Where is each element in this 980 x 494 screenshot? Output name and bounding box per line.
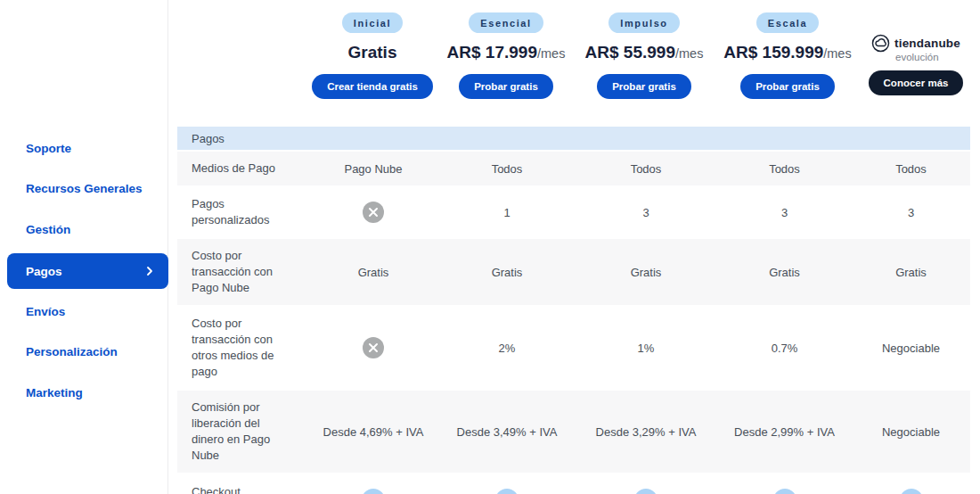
feature-value: Desde 3,29% + IVA	[575, 425, 717, 439]
feature-value: 3	[852, 206, 970, 219]
sidebar-item-label: Soporte	[26, 142, 71, 155]
feature-value: 3	[717, 206, 852, 219]
plan-price: AR$ 17.999/mes	[447, 42, 566, 64]
cross-icon	[363, 202, 384, 223]
plan-badge: Impulso	[608, 12, 679, 33]
plan-price: AR$ 55.999/mes	[585, 42, 704, 64]
feature-label: Pagos personalizados	[177, 187, 307, 237]
feature-value-not-included	[307, 202, 439, 223]
plan-badge: Inicial	[342, 12, 403, 33]
section-header-pagos: Pagos	[177, 127, 970, 152]
feature-value: 2%	[439, 342, 575, 355]
feature-value: Todos	[575, 162, 717, 176]
check-icon	[495, 489, 519, 494]
feature-value-included	[717, 489, 852, 494]
plan-price-amount: AR$ 159.999	[723, 43, 823, 62]
feature-value: Pago Nube	[307, 162, 439, 176]
feature-label: Checkout transparente	[177, 475, 307, 494]
plan-price-amount: Gratis	[348, 43, 397, 62]
logo-title: tiendanube	[894, 37, 960, 50]
feature-value: Negociable	[852, 425, 970, 439]
feature-value: Desde 4,69% + IVA	[307, 425, 439, 439]
feature-value: Gratis	[439, 266, 575, 279]
feature-value: Negociable	[852, 342, 970, 355]
sidebar-item-label: Envíos	[26, 305, 65, 318]
feature-value-included	[439, 489, 575, 494]
plan-column-esencial: EsencialAR$ 17.999/mesProbar gratis	[429, 12, 584, 99]
feature-label: Medios de Pago	[177, 152, 307, 185]
cross-icon	[363, 337, 384, 358]
sidebar-item-pagos[interactable]: Pagos	[7, 253, 168, 289]
sidebar-item-label: Personalización	[26, 345, 118, 358]
check-icon	[900, 489, 923, 494]
table-row: Pagos personalizados1333	[177, 187, 970, 239]
table-row: Costo por transacción con Pago NubeGrati…	[177, 239, 970, 307]
cta-button-probar-gratis[interactable]: Probar gratis	[597, 74, 691, 99]
sidebar-divider	[167, 0, 168, 494]
sidebar-item-label: Marketing	[26, 386, 83, 399]
cta-button-conocer-mas[interactable]: Conocer más	[869, 70, 964, 95]
pricing-comparison-page: SoporteRecursos GeneralesGestiónPagosEnv…	[0, 0, 980, 494]
feature-value: 1	[439, 206, 575, 219]
feature-label: Comisión por liberación del dinero en Pa…	[177, 391, 307, 473]
feature-value: 3	[575, 206, 717, 219]
check-icon	[634, 489, 657, 494]
plan-price-amount: AR$ 55.999	[585, 43, 675, 62]
check-icon	[362, 489, 385, 494]
cta-button-probar-gratis[interactable]: Probar gratis	[459, 74, 553, 99]
sidebar-item-envios[interactable]: Envíos	[26, 305, 65, 318]
feature-value: Todos	[852, 162, 970, 176]
chevron-right-icon	[143, 265, 156, 277]
feature-value-included	[307, 489, 439, 494]
sidebar-item-label: Recursos Generales	[26, 182, 143, 195]
plan-column-evolucion: tiendanubeevoluciónConocer más	[838, 12, 980, 95]
plan-price: Gratis	[348, 42, 397, 64]
plan-badge: Esencial	[469, 12, 543, 33]
sidebar-item-gestion[interactable]: Gestión	[26, 223, 70, 236]
table-row: Comisión por liberación del dinero en Pa…	[177, 391, 970, 474]
sidebar-item-marketing[interactable]: Marketing	[26, 386, 83, 399]
feature-value: Todos	[717, 162, 852, 176]
feature-value: Gratis	[717, 266, 852, 279]
cta-button-crear-tienda-gratis[interactable]: Crear tienda gratis	[312, 74, 433, 99]
sidebar-item-label: Pagos	[26, 265, 62, 278]
plan-price-period: /mes	[675, 46, 703, 61]
plan-column-impulso: ImpulsoAR$ 55.999/mesProbar gratis	[567, 12, 722, 99]
plan-price-period: /mes	[537, 46, 565, 61]
feature-value: 1%	[575, 342, 717, 355]
check-icon	[773, 489, 796, 494]
feature-value: Desde 2,99% + IVA	[717, 425, 852, 439]
sidebar-item-label: Gestión	[26, 223, 70, 236]
plan-price: AR$ 159.999/mes	[723, 42, 851, 64]
feature-value-included	[575, 489, 717, 494]
plan-badge: Escala	[756, 12, 819, 33]
table-row: Checkout transparente	[177, 474, 970, 494]
plan-column-inicial: InicialGratisCrear tienda gratis	[295, 12, 450, 99]
feature-value: Todos	[439, 162, 575, 176]
feature-value-not-included	[307, 337, 439, 358]
table-row: Costo por transacción con otros medios d…	[177, 307, 970, 391]
tiendanube-cloud-icon	[871, 34, 890, 53]
plan-price-amount: AR$ 17.999	[447, 43, 537, 62]
logo-subtitle: evolución	[895, 52, 960, 62]
sidebar-item-soporte[interactable]: Soporte	[26, 142, 71, 155]
tiendanube-evolucion-logo: tiendanubeevolución	[871, 34, 960, 62]
cta-button-probar-gratis[interactable]: Probar gratis	[740, 74, 835, 99]
feature-label: Costo por transacción con otros medios d…	[177, 307, 307, 389]
feature-value: 0.7%	[717, 342, 852, 355]
feature-comparison-table: Pagos Medios de PagoPago NubeTodosTodosT…	[177, 127, 970, 494]
feature-label: Costo por transacción con Pago Nube	[177, 239, 307, 305]
feature-value: Gratis	[575, 266, 717, 279]
feature-value: Desde 3,49% + IVA	[439, 425, 575, 439]
feature-value: Gratis	[852, 266, 970, 279]
sidebar-item-recursos-generales[interactable]: Recursos Generales	[26, 182, 143, 195]
table-row: Medios de PagoPago NubeTodosTodosTodosTo…	[177, 152, 970, 187]
sidebar-item-personalizacion[interactable]: Personalización	[26, 345, 118, 358]
feature-value-included	[852, 489, 970, 494]
feature-value: Gratis	[307, 266, 439, 279]
